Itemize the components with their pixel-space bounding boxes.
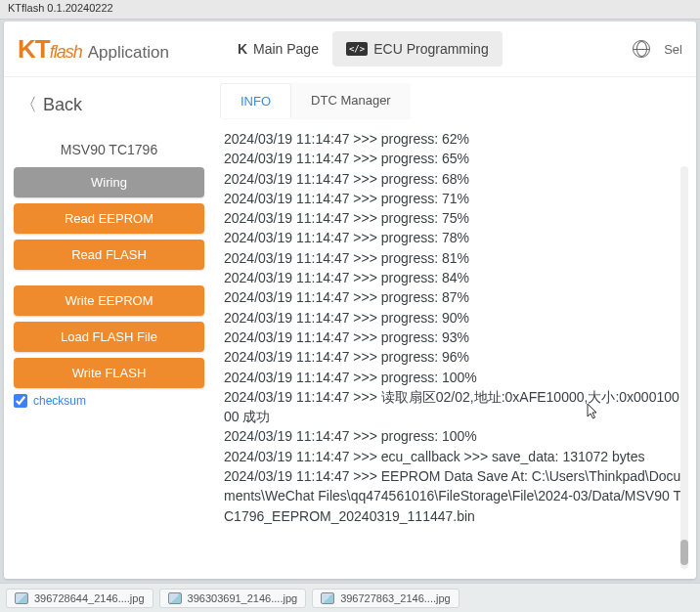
taskbar-item[interactable]: 396727863_2146....jpg xyxy=(312,589,459,608)
app-window: KTflash Application K Main Page </> ECU … xyxy=(4,22,696,579)
checksum-label: checksum xyxy=(33,394,86,408)
logo: KTflash Application xyxy=(18,34,169,65)
log-line: 2024/03/19 11:14:47 >>> progress: 62% xyxy=(224,129,682,149)
checksum-checkbox[interactable]: checksum xyxy=(14,394,204,408)
chevron-left-icon: 〈 xyxy=(20,93,37,116)
main-nav: K Main Page </> ECU Programming xyxy=(224,31,503,66)
content-area: 〈 Back MSV90 TC1796 Wiring Read EEPROM R… xyxy=(4,77,696,579)
log-line: 2024/03/19 11:14:47 >>> progress: 90% xyxy=(224,308,682,328)
code-icon: </> xyxy=(346,42,368,56)
log-line: 2024/03/19 11:14:47 >>> progress: 71% xyxy=(224,189,682,208)
taskbar-item-label: 396303691_2146....jpg xyxy=(188,592,298,604)
taskbar: 396728644_2146....jpg 396303691_2146....… xyxy=(0,583,700,612)
taskbar-item-label: 396728644_2146....jpg xyxy=(34,592,145,604)
log-line: 2024/03/19 11:14:47 >>> progress: 87% xyxy=(224,287,682,307)
tab-bar: INFO DTC Manager xyxy=(220,83,411,119)
scrollbar-track[interactable] xyxy=(680,166,688,569)
log-line: 2024/03/19 11:14:47 >>> progress: 93% xyxy=(224,328,682,347)
language-select[interactable]: Sel xyxy=(664,42,682,57)
tab-info[interactable]: INFO xyxy=(220,83,291,118)
write-eeprom-button[interactable]: Write EEPROM xyxy=(14,285,204,316)
nav-main-label: Main Page xyxy=(253,41,319,57)
log-line: 2024/03/19 11:14:47 >>> progress: 96% xyxy=(224,347,682,367)
sidebar: 〈 Back MSV90 TC1796 Wiring Read EEPROM R… xyxy=(4,77,214,579)
ecu-title: MSV90 TC1796 xyxy=(14,142,204,157)
logo-app-label: Application xyxy=(88,43,169,63)
image-file-icon xyxy=(168,592,182,604)
scrollbar-thumb[interactable] xyxy=(680,540,688,565)
main-panel: INFO DTC Manager 2024/03/19 11:14:47 >>>… xyxy=(214,77,696,579)
logo-mark: KTflash xyxy=(18,34,82,65)
log-output[interactable]: 2024/03/19 11:14:47 >>> progress: 62%202… xyxy=(220,119,686,573)
log-line: 2024/03/19 11:14:47 >>> ecu_callback >>>… xyxy=(224,447,682,466)
log-line: 2024/03/19 11:14:47 >>> progress: 68% xyxy=(224,169,682,189)
log-line: 2024/03/19 11:14:47 >>> progress: 100% xyxy=(224,426,682,446)
log-line: 2024/03/19 11:14:47 >>> progress: 81% xyxy=(224,248,682,268)
read-eeprom-button[interactable]: Read EEPROM xyxy=(14,203,204,234)
nav-ecu-programming[interactable]: </> ECU Programming xyxy=(332,31,503,66)
log-line: 2024/03/19 11:14:47 >>> progress: 78% xyxy=(224,228,682,247)
load-flash-file-button[interactable]: Load FLASH File xyxy=(14,322,204,352)
checksum-input[interactable] xyxy=(14,394,27,408)
log-line: 2024/03/19 11:14:47 >>> progress: 65% xyxy=(224,149,682,168)
app-header: KTflash Application K Main Page </> ECU … xyxy=(4,22,696,77)
window-title: KTflash 0.1.20240222 xyxy=(8,2,113,14)
tab-dtc-manager[interactable]: DTC Manager xyxy=(291,83,411,118)
read-flash-button[interactable]: Read FLASH xyxy=(14,240,204,270)
log-line: 2024/03/19 11:14:47 >>> progress: 100% xyxy=(224,368,682,387)
taskbar-item[interactable]: 396728644_2146....jpg xyxy=(6,589,153,608)
k-icon: K xyxy=(238,41,247,57)
window-titlebar: KTflash 0.1.20240222 xyxy=(0,0,700,20)
log-line: 2024/03/19 11:14:47 >>> progress: 75% xyxy=(224,208,682,228)
nav-ecu-label: ECU Programming xyxy=(373,41,488,57)
write-flash-button[interactable]: Write FLASH xyxy=(14,358,204,388)
wiring-button[interactable]: Wiring xyxy=(14,167,204,197)
header-right: Sel xyxy=(633,40,682,58)
back-label: Back xyxy=(43,95,82,115)
taskbar-item[interactable]: 396303691_2146....jpg xyxy=(159,589,307,608)
taskbar-item-label: 396727863_2146....jpg xyxy=(340,592,451,604)
image-file-icon xyxy=(15,592,28,604)
log-line: 2024/03/19 11:14:47 >>> 读取扇区02/02,地址:0xA… xyxy=(224,387,682,427)
globe-icon[interactable] xyxy=(633,40,650,58)
log-line: 2024/03/19 11:14:47 >>> EEPROM Data Save… xyxy=(224,466,682,526)
log-line: 2024/03/19 11:14:47 >>> progress: 84% xyxy=(224,268,682,287)
nav-main-page[interactable]: K Main Page xyxy=(224,31,332,66)
image-file-icon xyxy=(321,592,334,604)
back-button[interactable]: 〈 Back xyxy=(14,89,204,120)
